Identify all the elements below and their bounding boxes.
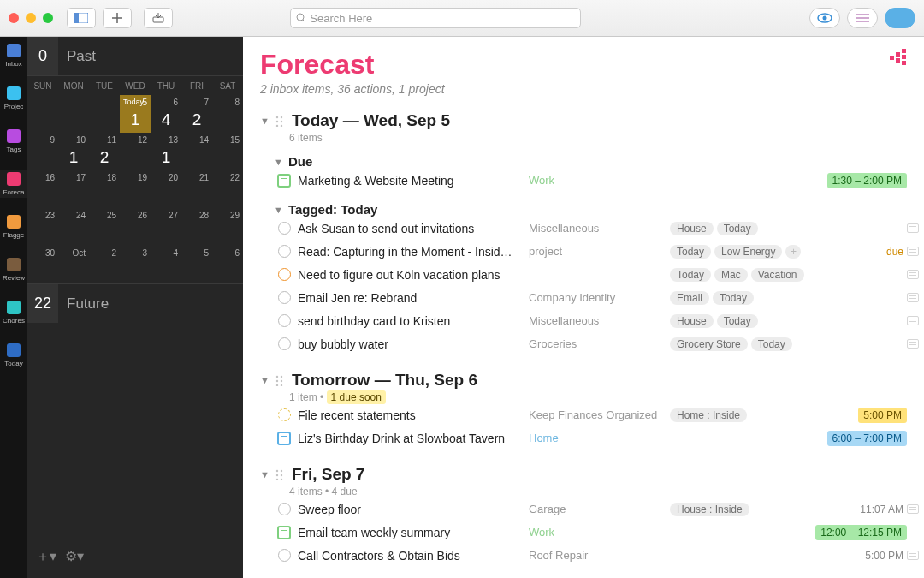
calendar-cell[interactable]: 2 <box>89 246 120 283</box>
calendar-cell[interactable]: 15 <box>212 133 243 170</box>
add-perspective-button[interactable]: ＋▾ <box>36 548 56 566</box>
task-row[interactable]: send birthday card to Kristen Miscellane… <box>260 309 924 332</box>
calendar-cell[interactable]: 24 <box>58 208 89 246</box>
task-row[interactable]: Ask Susan to send out invitations Miscel… <box>260 217 924 240</box>
search-input[interactable]: Search Here <box>290 8 581 28</box>
task-checkbox[interactable] <box>278 291 291 304</box>
note-icon[interactable] <box>907 293 919 302</box>
tag[interactable]: Today <box>751 337 792 351</box>
tag[interactable]: Today <box>717 314 758 328</box>
calendar-cell[interactable]: 72 <box>181 95 212 133</box>
calendar-cell[interactable]: 6 <box>212 246 243 283</box>
task-row[interactable]: Read: Capturing in the Moment - Insid… p… <box>260 240 924 263</box>
task-row[interactable]: Liz's Birthday Drink at Slowboat Tavern … <box>260 426 924 450</box>
note-icon[interactable] <box>907 270 919 279</box>
task-checkbox[interactable] <box>278 268 291 281</box>
day-header[interactable]: ▼ Today — Wed, Sep 5 <box>260 111 924 130</box>
calendar-cell[interactable]: 5 <box>181 246 212 283</box>
task-checkbox[interactable] <box>278 337 291 350</box>
calendar-cell[interactable]: 131 <box>151 133 181 170</box>
add-tag-button[interactable]: + <box>785 245 801 259</box>
minimize-window[interactable] <box>26 13 36 23</box>
tag[interactable]: Low Energy <box>714 245 782 259</box>
task-row[interactable]: File recent statements Keep Finances Org… <box>260 403 924 426</box>
calendar-cell[interactable]: 112 <box>89 133 120 170</box>
chevron-down-icon[interactable]: ▼ <box>260 469 270 480</box>
tag[interactable]: House <box>670 314 714 328</box>
note-icon[interactable] <box>907 223 919 233</box>
chevron-down-icon[interactable]: ▼ <box>260 116 270 126</box>
calendar-cell[interactable]: Today51 <box>120 95 151 133</box>
tag[interactable]: Grocery Store <box>670 337 748 351</box>
calendar-cell[interactable]: 4 <box>151 246 181 283</box>
calendar-cell[interactable] <box>27 95 58 133</box>
close-window[interactable] <box>9 13 19 23</box>
toggle-sidebar-button[interactable] <box>67 8 96 28</box>
forecast-icon[interactable] <box>890 49 907 66</box>
future-row[interactable]: 22 Future <box>27 283 243 323</box>
task-checkbox[interactable] <box>278 503 291 515</box>
calendar-cell[interactable]: 101 <box>58 133 89 170</box>
task-row[interactable]: Email team weekly summary Work 12:00 – 1… <box>260 521 924 544</box>
dock-forecast[interactable]: Foreca <box>0 170 27 198</box>
tag[interactable]: House <box>670 222 714 235</box>
task-project[interactable]: Work <box>529 174 670 187</box>
zoom-window[interactable] <box>43 13 53 23</box>
task-row[interactable]: buy bubbly water Groceries Grocery Store… <box>260 332 924 355</box>
task-row[interactable]: Email Jen re: Rebrand Company Identity E… <box>260 286 924 309</box>
note-icon[interactable] <box>907 551 919 560</box>
calendar-cell[interactable]: 14 <box>181 133 212 170</box>
note-icon[interactable] <box>907 247 919 256</box>
dock-chores[interactable]: Chores <box>0 299 27 326</box>
list-view-button[interactable] <box>847 8 878 28</box>
past-row[interactable]: 0 Past <box>27 37 243 76</box>
calendar-cell[interactable]: 12 <box>120 133 151 170</box>
calendar-cell[interactable]: 20 <box>151 170 181 208</box>
dock-tags[interactable]: Tags <box>0 128 27 155</box>
calendar-cell[interactable]: 64 <box>151 95 181 133</box>
task-row[interactable]: Sweep floor Garage House : Inside 11:07 … <box>260 498 924 521</box>
calendar-cell[interactable]: 29 <box>212 208 243 246</box>
new-item-button[interactable] <box>103 8 132 28</box>
calendar-cell[interactable]: 9 <box>27 133 58 170</box>
task-project[interactable]: Miscellaneous <box>529 314 670 327</box>
note-icon[interactable] <box>907 504 919 514</box>
task-project[interactable]: Groceries <box>529 337 670 350</box>
task-row[interactable]: Call Contractors & Obtain Bids Roof Repa… <box>260 544 924 567</box>
task-checkbox[interactable] <box>278 314 291 327</box>
chevron-down-icon[interactable]: ▼ <box>274 157 283 167</box>
day-header[interactable]: ▼ Tomorrow — Thu, Sep 6 <box>260 371 924 390</box>
calendar-cell[interactable]: 3 <box>120 246 151 283</box>
tag[interactable]: Mac <box>714 268 748 282</box>
dock-projects[interactable]: Projec <box>0 85 27 112</box>
calendar-cell[interactable]: 19 <box>120 170 151 208</box>
calendar-cell[interactable] <box>89 95 120 133</box>
task-checkbox[interactable] <box>278 222 291 235</box>
task-project[interactable]: project <box>529 245 670 258</box>
tag[interactable]: Today <box>670 268 711 282</box>
calendar-cell[interactable]: 23 <box>27 208 58 246</box>
dock-flagged[interactable]: Flagge <box>0 213 27 241</box>
calendar-cell[interactable]: 27 <box>151 208 181 246</box>
tag[interactable]: House : Inside <box>670 503 749 516</box>
tag[interactable]: Vacation <box>751 268 804 282</box>
day-header[interactable]: ▼ Fri, Sep 7 <box>260 465 924 484</box>
calendar-cell[interactable]: 18 <box>89 170 120 208</box>
calendar-cell[interactable]: 28 <box>181 208 212 246</box>
task-checkbox[interactable] <box>278 549 291 562</box>
quick-entry-button[interactable] <box>144 8 173 28</box>
tag[interactable]: Today <box>670 245 711 259</box>
view-button[interactable] <box>809 8 840 28</box>
calendar-cell[interactable]: 8 <box>212 95 243 133</box>
task-project[interactable]: Work <box>529 526 670 539</box>
tag[interactable]: Today <box>713 291 754 305</box>
calendar-cell[interactable]: Oct <box>58 246 89 283</box>
task-project[interactable]: Home <box>529 432 670 444</box>
task-project[interactable]: Miscellaneous <box>529 222 670 235</box>
calendar-grid[interactable]: SUNMONTUEWEDTHUFRISATToday51647289101112… <box>27 76 243 283</box>
calendar-cell[interactable]: 22 <box>212 170 243 208</box>
tag[interactable]: Email <box>670 291 709 305</box>
tag[interactable]: Home : Inside <box>670 408 747 422</box>
calendar-cell[interactable]: 17 <box>58 170 89 208</box>
settings-gear-icon[interactable]: ⚙▾ <box>65 548 84 566</box>
